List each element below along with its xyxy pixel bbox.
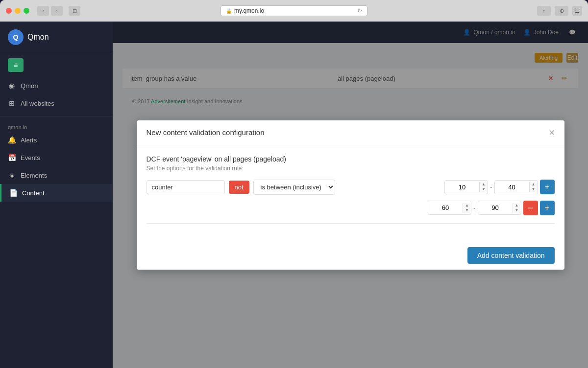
range2-min-input[interactable]: ▲ ▼ — [428, 201, 471, 215]
sidebar-item-alerts[interactable]: 🔔 Alerts — [0, 131, 113, 149]
sidebar-item-content[interactable]: 📄 Content — [0, 184, 113, 202]
range2-inputs: ▲ ▼ - ▲ ▼ — [428, 201, 555, 215]
browser-titlebar: ‹ › ⊡ 🔒 my.qmon.io ↻ ↑ ⊕ ☰ — [0, 0, 588, 22]
sidebar-item-events[interactable]: 📅 Events — [0, 149, 113, 166]
range1-min-input[interactable]: ▲ ▼ — [444, 180, 488, 194]
range2-max-down[interactable]: ▼ — [513, 208, 521, 213]
sidebar-toggle-button[interactable]: ☰ — [572, 6, 582, 16]
sidebar-divider — [0, 116, 113, 116]
lock-icon: 🔒 — [226, 8, 232, 14]
elements-icon: ◈ — [8, 171, 16, 179]
toolbar-right: ↑ ⊕ ☰ — [537, 6, 582, 16]
main-content: 👤 Qmon / qmon.io 👤 John Doe 💬 Alerting E… — [113, 22, 588, 368]
app-container: Q Qmon ≡ ◉ Qmon ⊞ All websites qmon.io 🔔… — [0, 22, 588, 368]
calendar-icon: 📅 — [8, 154, 16, 161]
sidebar-item-label: Qmon — [21, 82, 38, 90]
grid-icon: ⊞ — [8, 99, 16, 107]
range2-dash: - — [473, 204, 476, 212]
url-display: my.qmon.io — [234, 7, 264, 14]
range2-min-down[interactable]: ▼ — [463, 208, 471, 213]
add-range-button-2[interactable]: + — [540, 201, 555, 215]
address-bar[interactable]: 🔒 my.qmon.io ↻ — [220, 5, 368, 16]
sidebar-item-label: Elements — [21, 172, 47, 179]
close-window-button[interactable] — [6, 8, 12, 14]
sidebar-brand: Q Qmon — [0, 22, 113, 53]
sidebar-item-qmon[interactable]: ◉ Qmon — [0, 77, 113, 94]
sidebar-item-all-websites[interactable]: ⊞ All websites — [0, 94, 113, 112]
modal-header: New content validation configuration × — [137, 120, 564, 145]
add-range-button[interactable]: + — [540, 180, 555, 194]
add-content-validation-button[interactable]: Add content validation — [467, 247, 555, 264]
modal-overlay: New content validation configuration × D… — [113, 22, 588, 368]
range2-max-spinner: ▲ ▼ — [513, 203, 521, 213]
not-button[interactable]: not — [229, 181, 249, 194]
range2-max-up[interactable]: ▲ — [513, 203, 521, 208]
range2-min-field[interactable] — [428, 201, 463, 214]
minimize-window-button[interactable] — [15, 8, 21, 14]
range1-max-field[interactable] — [495, 181, 529, 194]
condition-select[interactable]: is between (inclusive) is equal to is gr… — [253, 180, 335, 195]
sidebar-item-elements[interactable]: ◈ Elements — [0, 166, 113, 184]
range1-max-up[interactable]: ▲ — [530, 182, 538, 187]
back-button[interactable]: ‹ — [37, 6, 49, 16]
range1-min-field[interactable] — [445, 181, 479, 194]
sidebar-item-label: Content — [22, 189, 45, 197]
range2-max-field[interactable] — [478, 201, 513, 214]
range1-min-up[interactable]: ▲ — [480, 182, 488, 187]
range1-inputs: ▲ ▼ - ▲ ▼ — [444, 180, 555, 194]
range1-max-input[interactable]: ▲ ▼ — [494, 180, 538, 194]
field-name-input[interactable] — [147, 180, 225, 194]
range2-max-input[interactable]: ▲ ▼ — [478, 201, 521, 215]
address-bar-container: 🔒 my.qmon.io ↻ — [220, 5, 368, 16]
brand-name: Qmon — [27, 33, 49, 42]
modal-section-subtitle: Set the options for the validation rule: — [147, 165, 555, 172]
modal-section-title: DCF event 'pageview' on all pages (pagel… — [147, 155, 555, 163]
range1-min-spinner: ▲ ▼ — [479, 182, 488, 192]
range1-max-down[interactable]: ▼ — [530, 187, 538, 192]
remove-range-button[interactable]: − — [523, 201, 538, 215]
brand-logo: Q — [8, 29, 24, 45]
nav-buttons: ‹ › — [37, 6, 63, 16]
qmon-icon: ◉ — [8, 82, 16, 90]
modal-footer: Add content validation — [137, 241, 564, 270]
sidebar-item-label: All websites — [21, 100, 54, 107]
forward-button[interactable]: › — [51, 6, 63, 16]
bell-icon: 🔔 — [8, 136, 16, 144]
sidebar: Q Qmon ≡ ◉ Qmon ⊞ All websites qmon.io 🔔… — [0, 22, 113, 368]
modal-close-button[interactable]: × — [549, 128, 555, 137]
range2-min-up[interactable]: ▲ — [463, 203, 471, 208]
sidebar-menu-button[interactable]: ≡ — [8, 58, 24, 72]
reader-view-button[interactable]: ⊡ — [69, 6, 80, 16]
traffic-lights — [6, 8, 29, 14]
sidebar-item-label: Alerts — [21, 137, 37, 144]
maximize-window-button[interactable] — [24, 8, 29, 14]
range2-min-spinner: ▲ ▼ — [463, 203, 471, 213]
share-button[interactable]: ↑ — [537, 6, 551, 16]
range1-max-spinner: ▲ ▼ — [529, 182, 538, 192]
modal-title: New content validation configuration — [147, 128, 265, 137]
rule-row-1: not is between (inclusive) is equal to i… — [147, 180, 555, 195]
modal-body: DCF event 'pageview' on all pages (pagel… — [137, 145, 564, 241]
modal-dialog: New content validation configuration × D… — [137, 120, 564, 270]
range1-min-down[interactable]: ▼ — [480, 187, 488, 192]
reload-icon[interactable]: ↻ — [357, 7, 362, 14]
range1-dash: - — [490, 183, 492, 191]
sidebar-section-title: qmon.io — [0, 120, 113, 131]
sidebar-item-label: Events — [21, 154, 40, 161]
new-tab-button[interactable]: ⊕ — [555, 6, 568, 16]
content-icon: 📄 — [9, 189, 17, 197]
modal-divider — [147, 223, 555, 224]
rule-row-2: ▲ ▼ - ▲ ▼ — [147, 201, 555, 215]
